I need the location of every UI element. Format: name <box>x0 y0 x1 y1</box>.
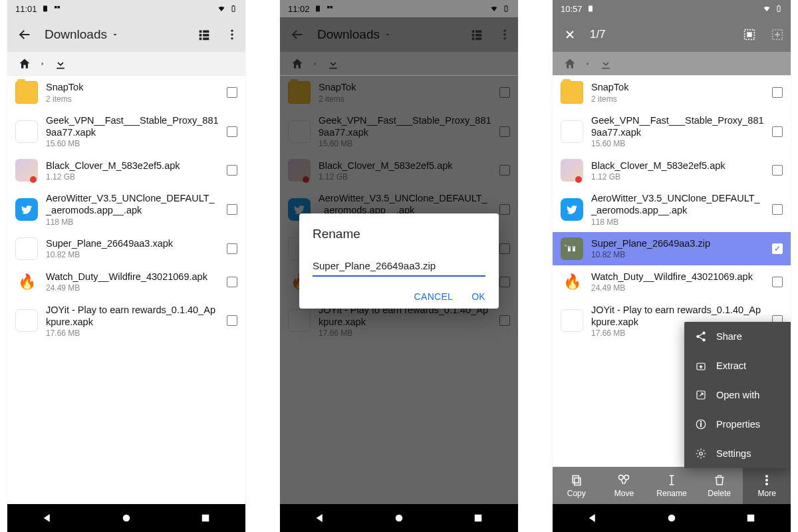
svg-rect-13 <box>505 6 507 12</box>
svg-rect-9 <box>202 515 209 522</box>
svg-point-34 <box>700 452 703 456</box>
checkbox-unchecked-icon[interactable] <box>772 126 783 137</box>
wifi-icon <box>763 5 771 13</box>
chevron-right-icon <box>585 61 591 67</box>
nav-recent[interactable] <box>472 512 484 524</box>
action-delete[interactable]: Delete <box>696 467 743 504</box>
checkbox-unchecked-icon[interactable] <box>227 277 237 287</box>
close-selection-button[interactable] <box>562 27 578 43</box>
file-name: Geek_VPN__Fast___Stable_Proxy_8819aa77.x… <box>46 114 219 138</box>
nav-recent[interactable] <box>745 512 757 524</box>
twitter-icon <box>561 198 583 221</box>
action-more-label: More <box>758 489 776 498</box>
action-delete-label: Delete <box>708 489 731 498</box>
checkbox-unchecked-icon[interactable] <box>227 126 237 137</box>
back-button[interactable] <box>17 27 33 43</box>
file-name: Black_Clover_M_583e2ef5.apk <box>46 160 219 172</box>
svg-rect-24 <box>747 32 751 37</box>
file-name: SnapTok <box>46 81 219 93</box>
file-row[interactable]: Black_Clover_M_583e2ef5.apk 1.12 GB <box>553 154 791 187</box>
menu-share[interactable]: Share <box>684 322 791 351</box>
checkbox-unchecked-icon[interactable] <box>772 165 783 176</box>
svg-point-8 <box>123 515 130 522</box>
file-row[interactable]: SnapTok 2 items <box>553 76 791 109</box>
file-row[interactable]: Geek_VPN__Fast___Stable_Proxy_8819aa77.x… <box>553 109 791 154</box>
home-crumb[interactable] <box>562 56 578 72</box>
checkbox-unchecked-icon[interactable] <box>227 165 237 176</box>
checkbox-unchecked-icon[interactable] <box>772 87 783 98</box>
file-row[interactable]: �ི� Super_Plane_26649aa3.zip 10.82 MB ✓ <box>553 232 791 265</box>
file-row[interactable]: 🔥 Watch_Duty__Wildfire_43021069.apk 24.4… <box>553 265 791 299</box>
svg-point-7 <box>231 37 233 39</box>
file-row[interactable]: SnapTok 2 items <box>7 76 245 109</box>
checkbox-unchecked-icon[interactable] <box>227 243 237 254</box>
folder-title-label: Downloads <box>45 27 107 42</box>
battery-icon <box>775 5 783 13</box>
nav-back[interactable] <box>314 512 326 524</box>
modal-scrim[interactable]: Rename CANCEL OK <box>280 17 518 504</box>
file-name: AeroWitter_V3.5_UNClone_DEFAULT__aeromod… <box>591 192 764 216</box>
file-name: Super_Plane_26649aa3.xapk <box>46 237 219 249</box>
nav-home[interactable] <box>393 512 405 524</box>
file-list[interactable]: SnapTok 2 items Geek_VPN__Fast___Stable_… <box>7 76 245 504</box>
file-row[interactable]: JOYit - Play to earn rewards_0.1.40_Apkp… <box>7 299 245 343</box>
status-bar: 10:57 <box>553 0 791 17</box>
file-meta: 2 items <box>591 94 764 104</box>
downloads-crumb[interactable] <box>53 56 68 72</box>
nav-back[interactable] <box>41 512 53 524</box>
checkbox-unchecked-icon[interactable] <box>227 87 237 98</box>
svg-rect-20 <box>589 6 593 12</box>
checkbox-unchecked-icon[interactable] <box>772 277 783 287</box>
menu-settings[interactable]: Settings <box>684 439 791 468</box>
action-move-label: Move <box>614 489 634 498</box>
checkbox-unchecked-icon[interactable] <box>227 204 237 215</box>
status-bar: 11:01 <box>7 0 245 17</box>
nav-back[interactable] <box>587 512 598 524</box>
app-bar: Downloads <box>7 17 245 52</box>
file-row[interactable]: Black_Clover_M_583e2ef5.apk 1.12 GB <box>7 154 245 187</box>
file-row[interactable]: 🔥 Watch_Duty__Wildfire_43021069.apk 24.4… <box>7 265 245 299</box>
chevron-right-icon <box>39 61 46 67</box>
file-row[interactable]: Geek_VPN__Fast___Stable_Proxy_8819aa77.x… <box>7 109 245 154</box>
view-list-button[interactable] <box>196 27 212 43</box>
file-meta: 1.12 GB <box>46 172 219 182</box>
selection-app-bar: 1/7 <box>553 17 791 52</box>
menu-open-with[interactable]: Open with <box>684 380 791 410</box>
select-all-button[interactable] <box>741 27 757 43</box>
file-row[interactable]: AeroWitter_V3.5_UNClone_DEFAULT__aeromod… <box>553 187 791 231</box>
android-nav-bar <box>553 504 791 532</box>
downloads-crumb[interactable] <box>598 56 614 72</box>
checkbox-checked-icon[interactable]: ✓ <box>772 243 783 254</box>
checkbox-unchecked-icon[interactable] <box>772 204 783 215</box>
overflow-menu-button[interactable] <box>224 27 240 43</box>
menu-properties[interactable]: Properties <box>684 410 791 439</box>
cancel-button[interactable]: CANCEL <box>414 291 454 302</box>
file-name: Black_Clover_M_583e2ef5.apk <box>591 160 764 172</box>
action-more[interactable]: More <box>743 467 791 504</box>
file-name: SnapTok <box>591 81 764 93</box>
nav-home[interactable] <box>120 512 132 524</box>
svg-rect-21 <box>777 6 780 12</box>
nav-recent[interactable] <box>200 512 211 524</box>
file-icon <box>561 120 583 143</box>
menu-extract[interactable]: Extract <box>684 351 791 380</box>
home-crumb[interactable] <box>17 56 33 72</box>
file-row[interactable]: Super_Plane_26649aa3.xapk 10.82 MB <box>7 232 245 265</box>
svg-point-40 <box>766 479 768 481</box>
nav-home[interactable] <box>666 512 678 524</box>
action-copy[interactable]: Copy <box>553 467 600 504</box>
svg-rect-33 <box>700 422 702 423</box>
select-range-button[interactable] <box>769 27 785 43</box>
folder-icon <box>561 81 583 104</box>
clock: 10:57 <box>561 4 583 14</box>
ok-button[interactable]: OK <box>471 291 485 302</box>
file-icon <box>15 120 38 143</box>
file-row[interactable]: AeroWitter_V3.5_UNClone_DEFAULT__aeromod… <box>7 187 245 231</box>
rename-dialog: Rename CANCEL OK <box>299 213 499 309</box>
action-rename[interactable]: Rename <box>648 467 696 504</box>
action-move[interactable]: Move <box>600 467 648 504</box>
checkbox-unchecked-icon[interactable] <box>227 315 237 326</box>
rename-input[interactable] <box>313 257 485 277</box>
file-name: AeroWitter_V3.5_UNClone_DEFAULT__aeromod… <box>46 192 219 216</box>
folder-title-dropdown[interactable]: Downloads <box>45 27 119 42</box>
